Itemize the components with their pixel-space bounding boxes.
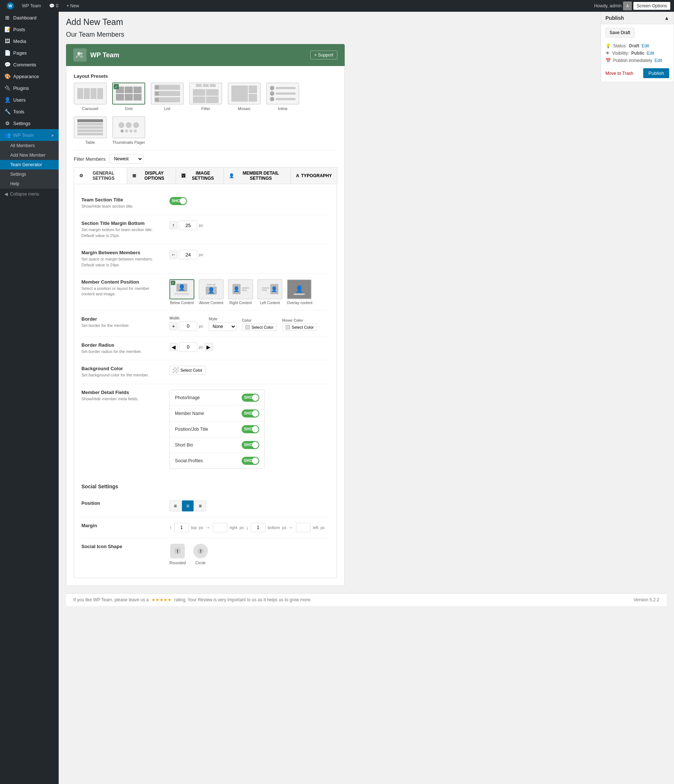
border-style-select[interactable]: None Solid Dashed — [209, 322, 236, 331]
position-toggle-track[interactable]: SHOW — [242, 425, 259, 433]
save-draft-button[interactable]: Save Draft — [606, 28, 634, 37]
submenu-team-generator[interactable]: Team Generator — [0, 160, 59, 170]
team-section-title-desc: Show/Hide team section title. — [81, 204, 162, 209]
social-pos-left-btn[interactable]: ≡ — [169, 501, 181, 512]
settings-content: Team Section Title Show/Hide team sectio… — [74, 184, 337, 578]
sidebar-item-media[interactable]: 🖼 Media — [0, 35, 59, 47]
status-edit-link[interactable]: Edit — [641, 43, 649, 48]
social-pos-right-btn[interactable]: ≡ — [194, 501, 206, 512]
sidebar-item-posts[interactable]: 📝 Posts — [0, 23, 59, 35]
preset-thumbnails-label: Thumbnails Pager — [112, 140, 145, 145]
submenu-all-members[interactable]: All Members — [0, 141, 59, 151]
margin-left-input[interactable] — [296, 523, 311, 532]
section-title-margin-input[interactable] — [179, 221, 197, 230]
bg-color-picker[interactable]: Select Color — [169, 366, 206, 375]
sidebar-item-pages[interactable]: 📄 Pages — [0, 47, 59, 59]
tab-typography[interactable]: A TYPOGRAPHY — [290, 167, 337, 184]
sidebar-item-wpteam[interactable]: 👥 WP Team ▸ — [0, 129, 59, 141]
margin-top-input[interactable] — [174, 523, 189, 532]
publish-immediately-edit-link[interactable]: Edit — [655, 58, 662, 63]
support-button[interactable]: + Support — [310, 51, 337, 59]
publish-button[interactable]: Publish — [643, 68, 669, 78]
pos-left-thumb: 👤 — [258, 279, 283, 299]
pos-right-text — [242, 287, 249, 291]
member-name-toggle-track[interactable]: SHOW — [242, 409, 259, 417]
border-radius-input[interactable] — [179, 342, 197, 352]
preset-mosaic[interactable]: Mosaic — [228, 82, 261, 111]
border-width-add[interactable]: + — [169, 322, 177, 330]
sidebar-item-users[interactable]: 👤 Users — [0, 94, 59, 106]
photo-toggle[interactable]: SHOW — [242, 394, 259, 402]
new-item[interactable]: + New — [64, 3, 82, 8]
border-hover-color-picker[interactable]: Select Color — [283, 324, 317, 331]
margin-between-input[interactable] — [179, 250, 197, 259]
social-position-control: ≡ ≡ ≡ — [169, 501, 329, 512]
border-color-picker[interactable]: Select Color — [242, 324, 277, 331]
shape-circle-option[interactable]: f Circle — [193, 544, 208, 565]
filter-select[interactable]: Newest Oldest Name A-Z Name Z-A — [109, 154, 143, 163]
pos-below-content[interactable]: ✓ 👤 Below Content — [169, 279, 194, 305]
visibility-edit-link[interactable]: Edit — [646, 51, 654, 56]
social-pos-center-btn[interactable]: ≡ — [182, 501, 194, 512]
sidebar-item-dashboard[interactable]: ⊞ Dashboard — [0, 12, 59, 23]
social-toggle-track[interactable]: SHOW — [242, 457, 259, 465]
member-detail-label-col: Member Detail Fields Show/Hide member me… — [81, 390, 162, 402]
pos-above-content[interactable]: 👤 Above Content — [199, 279, 224, 305]
short-bio-toggle-track[interactable]: SHOW — [242, 441, 259, 449]
margin-left-dir: left — [313, 525, 318, 530]
tab-display-options[interactable]: ⊞ DISPLAY OPTIONS — [127, 167, 176, 184]
preset-inline[interactable]: Inline — [266, 82, 299, 111]
preset-list[interactable]: List — [151, 82, 184, 111]
submenu-add-new-member[interactable]: Add New Member — [0, 151, 59, 160]
team-section-title-toggle[interactable]: SHOW — [169, 197, 187, 205]
pos-overlay-content[interactable]: 👤 Overlay content — [287, 279, 312, 305]
preset-thumbnails[interactable]: Thumbnails Pager — [112, 116, 145, 145]
tab-general-settings[interactable]: ⚙ GENERAL SETTINGS — [74, 167, 127, 184]
position-toggle[interactable]: SHOW — [242, 425, 259, 433]
preset-table[interactable]: Table — [74, 116, 107, 145]
person-overlay-icon: 👤 — [295, 285, 303, 293]
sidebar-item-appearance[interactable]: 🎨 Appearance — [0, 70, 59, 82]
sidebar-item-comments[interactable]: 💬 Comments — [0, 59, 59, 70]
tab-member-detail[interactable]: 👤 MEMBER DETAIL SETTINGS — [223, 167, 291, 184]
pos-left-inner: 👤 — [262, 284, 278, 294]
submenu-settings[interactable]: Settings — [0, 170, 59, 179]
short-bio-toggle[interactable]: SHOW — [242, 441, 259, 449]
border-radius-decrement[interactable]: ◀ — [169, 343, 177, 351]
review-text: If you like WP Team, please leave us a — [73, 597, 149, 602]
site-name-item[interactable]: WP Team — [19, 3, 44, 8]
notifications-item[interactable]: 💬 0 — [46, 3, 62, 8]
screen-options-button[interactable]: Screen Options — [633, 2, 670, 10]
collapse-menu-label: Collapse menu — [10, 191, 39, 197]
border-radius-increment[interactable]: ▶ — [205, 343, 213, 351]
submenu-help[interactable]: Help — [0, 179, 59, 188]
margin-bottom-input[interactable] — [251, 523, 266, 532]
margin-right-input[interactable] — [213, 523, 227, 532]
pos-overlay-thumb: 👤 — [287, 279, 312, 299]
border-radius-control: ◀ px ▶ — [169, 342, 329, 352]
photo-toggle-track[interactable]: SHOW — [242, 394, 259, 402]
margin-between-decrement[interactable]: ← — [169, 250, 177, 259]
border-width-input[interactable] — [179, 321, 197, 331]
toggle-track-show[interactable]: SHOW — [169, 197, 187, 205]
pos-left-content[interactable]: 👤 Left Content — [258, 279, 283, 305]
sidebar-item-settings[interactable]: ⚙ Settings — [0, 117, 59, 129]
wp-logo-item[interactable]: W — [4, 2, 17, 9]
pos-below-check-icon: ✓ — [171, 281, 175, 285]
shape-rounded-option[interactable]: f Rounded — [169, 544, 186, 565]
collapse-menu[interactable]: ◀ Collapse menu — [0, 188, 59, 199]
sidebar-item-tools[interactable]: 🔧 Tools — [0, 106, 59, 117]
preset-filter[interactable]: Filter — [189, 82, 222, 111]
preset-table-label: Table — [74, 140, 107, 145]
social-toggle[interactable]: SHOW — [242, 457, 259, 465]
section-title-margin-decrement[interactable]: ↑ — [169, 221, 177, 229]
move-to-trash-link[interactable]: Move to Trash — [606, 71, 633, 76]
sidebar-item-plugins[interactable]: 🔌 Plugins — [0, 82, 59, 94]
preset-grid[interactable]: ✓ Grid — [112, 82, 145, 111]
member-name-toggle[interactable]: SHOW — [242, 409, 259, 417]
pos-right-content[interactable]: 👤 Right Content — [228, 279, 253, 305]
star-rating[interactable]: ★★★★★ — [151, 597, 172, 602]
main-content: Add New Team Our Team Members WP Team — [59, 12, 674, 784]
tab-image-settings[interactable]: 🖼 IMAGE SETTINGS — [175, 167, 224, 184]
preset-carousel[interactable]: Carousel — [74, 82, 107, 111]
